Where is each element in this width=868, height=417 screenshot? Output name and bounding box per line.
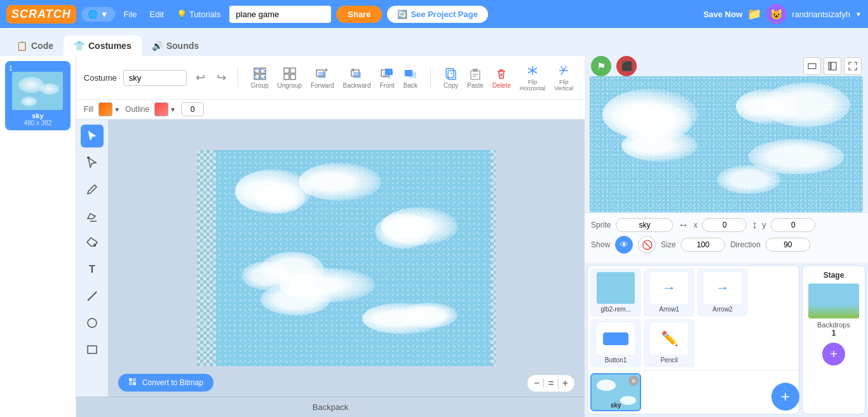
show-label: Show [591,240,610,249]
folder-icon-button[interactable]: 📁 [747,7,761,21]
add-sprite-button[interactable]: + [771,383,799,411]
direction-value-input[interactable] [766,238,810,252]
add-backdrop-button[interactable]: + [822,343,845,366]
sprite-item-button1[interactable]: Button1 [590,319,641,367]
username-label[interactable]: randriantsizafyh [792,10,850,19]
stage-mini-thumbnail[interactable] [808,284,859,318]
zoom-reset-button[interactable]: = [548,378,553,389]
circle-tool-button[interactable] [81,311,104,334]
project-name-input[interactable] [229,6,331,23]
show-hidden-button[interactable]: 🚫 [638,236,656,254]
svg-rect-25 [88,346,97,353]
direction-label: Direction [730,240,760,249]
sprite-item-glb2[interactable]: glb2-rem... [590,268,641,317]
tutorials-button[interactable]: 💡 Tutorials [173,7,224,22]
ungroup-button[interactable]: Ungroup [274,64,306,92]
rect-tool-button[interactable] [81,338,104,361]
size-value-input[interactable] [681,238,725,252]
sprite-name-input[interactable] [616,218,673,232]
forward-button[interactable]: Forward [307,64,338,92]
sprite-item-pencil[interactable]: ✏️ Pencil [644,319,695,367]
select-tool-button[interactable] [81,125,104,147]
sprite-name-arrow2: Arrow2 [712,306,733,313]
redo-button[interactable]: ↪ [214,69,229,86]
stage-controls: ⚑ ⬛ [585,56,868,76]
stop-button[interactable]: ⬛ [616,56,637,76]
convert-to-bitmap-button[interactable]: Convert to Bitmap [118,374,214,392]
fill-color-dropdown[interactable]: ▼ [114,106,120,113]
share-button[interactable]: Share [336,6,382,23]
svg-rect-11 [353,72,361,78]
sprite-item-arrow1[interactable]: → Arrow1 [644,268,695,317]
flip-vertical-button[interactable]: Flip Vertical [550,61,577,94]
text-tool-button[interactable]: T [81,258,104,281]
y-label: y [762,221,766,229]
sync-icon: 🔄 [397,10,407,19]
backward-button[interactable]: Backward [339,64,375,92]
scratch-logo[interactable]: SCRATCH [6,5,76,24]
green-flag-button[interactable]: ⚑ [591,56,611,76]
arrange-tools: Group Ungroup Forward Backward Front [247,64,421,92]
costume-icon: 👕 [74,41,85,51]
edit-menu[interactable]: Edit [146,7,168,22]
svg-rect-9 [318,72,326,78]
small-stage-button[interactable] [803,57,821,75]
show-visible-button[interactable]: 👁 [615,236,633,254]
fill-tool-button[interactable] [81,231,104,254]
outline-label: Outline [125,105,149,114]
zoom-out-button[interactable]: − [534,378,539,389]
sprite-thumb-arrow2: → [703,272,742,304]
copy-button[interactable]: + Copy [440,64,462,92]
canvas-drawing-area[interactable] [197,150,496,366]
stop-icon: ⬛ [621,61,632,71]
pencil-tool-button[interactable] [81,178,104,201]
y-value-input[interactable] [771,218,815,232]
tab-costumes[interactable]: 👕 Costumes [64,36,142,56]
backpack-label: Backpack [313,402,348,412]
paste-button[interactable]: Paste [463,64,487,92]
delete-button[interactable]: Delete [489,64,515,92]
sprite-list-body: glb2-rem... → Arrow1 → Arrow2 [588,266,799,370]
separator1 [238,68,238,87]
outline-color-dropdown[interactable]: ▼ [170,106,176,113]
fill-color-swatch[interactable] [98,102,112,116]
back-button[interactable]: Back [400,64,421,92]
selected-sky-sprite[interactable]: ✕ sky [590,373,641,411]
group-button[interactable]: Group [247,64,273,92]
sprite-info-row2: Show 👁 🚫 Size Direction [591,236,862,254]
zoom-controls: − = + [527,375,574,392]
language-selector[interactable]: 🌐 ▼ [81,7,115,22]
costume-item[interactable]: 1 sky 480 x 382 [5,61,71,130]
front-button[interactable]: Front [376,64,398,92]
flag-icon: ⚑ [597,60,606,72]
costume-label: Costume [84,73,117,83]
backpack-bar[interactable]: Backpack [76,397,585,417]
file-menu[interactable]: File [120,7,141,22]
tab-sounds[interactable]: 🔊 Sounds [142,36,209,56]
tab-code[interactable]: 📋 Code [6,36,64,56]
zoom-separator [543,378,544,388]
flip-horizontal-button[interactable]: Flip Horizontal [516,61,550,94]
undo-button[interactable]: ↩ [193,69,208,86]
outline-color-swatch[interactable] [154,102,168,116]
separator2 [430,68,431,87]
save-now-button[interactable]: Save Now [703,10,742,19]
fullscreen-button[interactable] [844,57,862,75]
outline-value-input[interactable] [181,102,204,116]
stage-display [590,76,863,212]
line-tool-button[interactable] [81,285,104,308]
eraser-tool-button[interactable] [81,205,104,228]
see-project-button[interactable]: 🔄 See Project Page [387,6,488,23]
x-value-input[interactable] [702,218,747,232]
normal-stage-button[interactable] [824,57,841,75]
zoom-in-button[interactable]: + [562,378,568,389]
reshape-tool-button[interactable] [81,151,104,174]
sprite-item-arrow2[interactable]: → Arrow2 [697,268,748,317]
sprite-thumb-arrow1: → [650,272,688,304]
svg-rect-26 [129,378,132,381]
sprite-stage-area: glb2-rem... → Arrow1 → Arrow2 [585,263,868,417]
costume-name-input[interactable] [123,70,187,86]
avatar[interactable]: 😺 [766,4,787,24]
sky-sprite-delete[interactable]: ✕ [628,376,639,386]
sprite-thumb-button1 [597,323,635,355]
